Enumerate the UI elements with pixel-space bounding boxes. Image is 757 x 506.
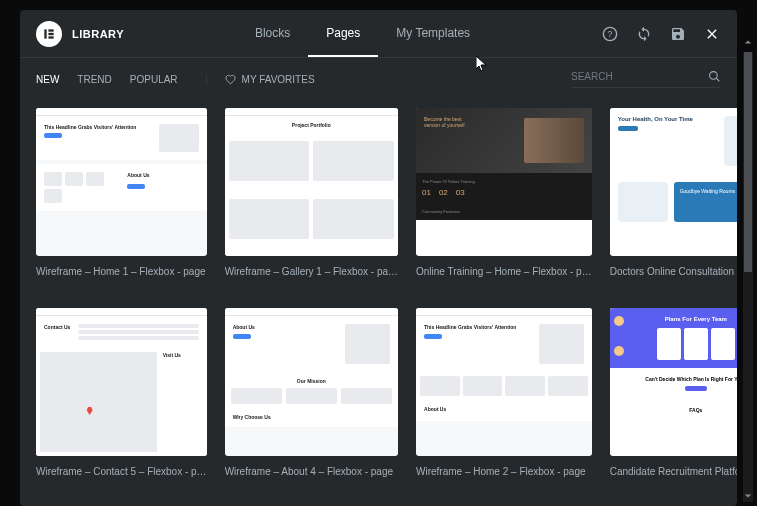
- template-grid: This Headline Grabs Visitors' Attention …: [20, 100, 737, 506]
- tab-blocks[interactable]: Blocks: [237, 10, 308, 57]
- template-card[interactable]: Plans For Every Team Can't Decide Which …: [610, 308, 737, 490]
- filter-new[interactable]: NEW: [36, 74, 59, 85]
- svg-line-7: [716, 78, 719, 81]
- filter-bar: NEW TREND POPULAR MY FAVORITES: [36, 74, 315, 85]
- modal-header: LIBRARY Blocks Pages My Templates ?: [20, 10, 737, 58]
- template-thumb: Become the best version of yourself The …: [416, 108, 592, 256]
- template-card[interactable]: About Us Our Mission Why Choose Us Wiref…: [225, 308, 398, 490]
- template-thumb: About Us Our Mission Why Choose Us: [225, 308, 398, 456]
- scroll-up-icon[interactable]: [744, 38, 752, 46]
- template-title: Wireframe – About 4 – Flexbox - page: [225, 466, 398, 477]
- header-actions: ?: [601, 25, 721, 43]
- filter-trend[interactable]: TREND: [77, 74, 111, 85]
- modal-title: LIBRARY: [72, 28, 124, 40]
- template-thumb: This Headline Grabs Visitors' Attention …: [416, 308, 592, 456]
- scroll-down-icon[interactable]: [744, 492, 752, 500]
- svg-rect-2: [48, 32, 53, 34]
- scrollbar-thumb[interactable]: [744, 52, 752, 272]
- template-title: Wireframe – Home 1 – Flexbox - page: [36, 266, 207, 277]
- template-card[interactable]: Your Health, On Your Time Goodbye Waitin…: [610, 108, 737, 290]
- elementor-logo: [36, 21, 62, 47]
- template-title: Doctors Online Consultation – Flexb…: [610, 266, 737, 277]
- template-card[interactable]: This Headline Grabs Visitors' Attention …: [36, 108, 207, 290]
- template-title: Candidate Recruitment Platform - pa…: [610, 466, 737, 477]
- scrollbar[interactable]: [743, 52, 753, 502]
- template-card[interactable]: Project Portfolio Wireframe – Gallery 1 …: [225, 108, 398, 290]
- library-modal: LIBRARY Blocks Pages My Templates ? NEW …: [20, 10, 737, 506]
- svg-rect-0: [44, 29, 46, 38]
- template-title: Online Training – Home – Flexbox - p…: [416, 266, 592, 277]
- svg-point-6: [710, 72, 718, 80]
- heart-icon: [225, 74, 236, 85]
- svg-rect-1: [48, 29, 53, 31]
- search-icon[interactable]: [708, 70, 721, 83]
- help-icon[interactable]: ?: [601, 25, 619, 43]
- template-card[interactable]: This Headline Grabs Visitors' Attention …: [416, 308, 592, 490]
- template-thumb: Your Health, On Your Time Goodbye Waitin…: [610, 108, 737, 256]
- save-icon[interactable]: [669, 25, 687, 43]
- svg-rect-3: [48, 36, 53, 38]
- my-favorites[interactable]: MY FAVORITES: [206, 74, 315, 85]
- subheader: NEW TREND POPULAR MY FAVORITES: [20, 58, 737, 100]
- template-thumb: Plans For Every Team Can't Decide Which …: [610, 308, 737, 456]
- close-icon[interactable]: [703, 25, 721, 43]
- filter-popular[interactable]: POPULAR: [130, 74, 178, 85]
- template-title: Wireframe – Home 2 – Flexbox - page: [416, 466, 592, 477]
- sync-icon[interactable]: [635, 25, 653, 43]
- template-title: Wireframe – Gallery 1 – Flexbox - pa…: [225, 266, 398, 277]
- search-input[interactable]: [571, 71, 698, 82]
- header-tabs: Blocks Pages My Templates: [237, 10, 488, 57]
- svg-text:?: ?: [608, 29, 613, 39]
- template-thumb: Project Portfolio: [225, 108, 398, 256]
- tab-pages[interactable]: Pages: [308, 10, 378, 57]
- tab-my-templates[interactable]: My Templates: [378, 10, 488, 57]
- template-card[interactable]: Become the best version of yourself The …: [416, 108, 592, 290]
- template-thumb: Contact Us Visit Us: [36, 308, 207, 456]
- template-thumb: This Headline Grabs Visitors' Attention …: [36, 108, 207, 256]
- template-card[interactable]: Contact Us Visit Us Wireframe – Contact …: [36, 308, 207, 490]
- search-wrap: [571, 70, 721, 88]
- favorites-label: MY FAVORITES: [242, 74, 315, 85]
- template-title: Wireframe – Contact 5 – Flexbox - p…: [36, 466, 207, 477]
